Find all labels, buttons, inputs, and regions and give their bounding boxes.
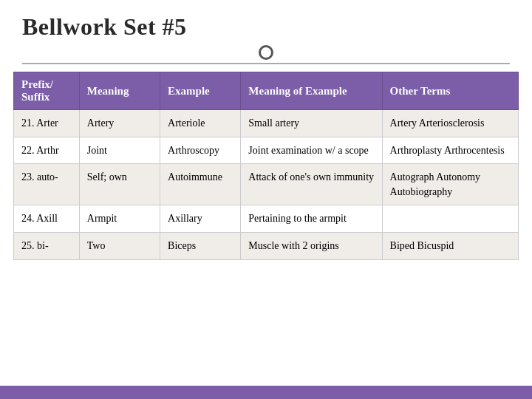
cell-meaning: Self; own <box>79 164 160 205</box>
main-table: Prefix/ Suffix Meaning Example Meaning o… <box>13 72 519 260</box>
cell-example: Axillary <box>160 205 241 233</box>
cell-example: Autoimmune <box>160 164 241 205</box>
divider-line <box>22 63 510 64</box>
cell-prefix: 24. Axill <box>14 205 80 233</box>
cell-meaning_of_example: Muscle with 2 origins <box>241 232 382 259</box>
cell-other_terms <box>382 205 518 233</box>
cell-meaning_of_example: Attack of one's own immunity <box>241 164 382 205</box>
cell-meaning_of_example: Pertaining to the armpit <box>241 205 382 233</box>
cell-prefix: 21. Arter <box>14 110 80 137</box>
title-circle <box>259 45 273 60</box>
table-row: 25. bi-TwoBicepsMuscle with 2 originsBip… <box>14 232 519 259</box>
cell-prefix: 22. Arthr <box>14 137 80 164</box>
cell-meaning: Armpit <box>79 205 160 233</box>
cell-example: Biceps <box>160 232 241 259</box>
page: Bellwork Set #5 Prefix/ Suffix Meaning E… <box>0 0 532 399</box>
table-header-row: Prefix/ Suffix Meaning Example Meaning o… <box>14 72 519 110</box>
cell-meaning: Joint <box>79 137 160 164</box>
header-prefix: Prefix/ Suffix <box>14 72 80 110</box>
cell-other_terms: Autograph Autonomy Autobiography <box>382 164 518 205</box>
cell-meaning_of_example: Small artery <box>241 110 382 137</box>
cell-other_terms: Biped Bicuspid <box>382 232 518 259</box>
table-row: 23. auto-Self; ownAutoimmuneAttack of on… <box>14 164 519 205</box>
header-other-terms: Other Terms <box>382 72 518 110</box>
table-row: 21. ArterArteryArterioleSmall arteryArte… <box>14 110 519 137</box>
cell-other_terms: Artery Arteriosclerosis <box>382 110 518 137</box>
cell-other_terms: Arthroplasty Arthrocentesis <box>382 137 518 164</box>
title-decoration <box>22 44 510 60</box>
table-row: 24. AxillArmpitAxillaryPertaining to the… <box>14 205 519 233</box>
footer-bar <box>0 386 532 399</box>
header-meaning-of-example: Meaning of Example <box>241 72 382 110</box>
table-row: 22. ArthrJointArthroscopyJoint examinati… <box>14 137 519 164</box>
table-body: 21. ArterArteryArterioleSmall arteryArte… <box>14 110 519 260</box>
cell-meaning: Artery <box>79 110 160 137</box>
cell-prefix: 23. auto- <box>14 164 80 205</box>
header-example: Example <box>160 72 241 110</box>
title-area: Bellwork Set #5 <box>0 0 532 72</box>
cell-prefix: 25. bi- <box>14 232 80 259</box>
cell-example: Arthroscopy <box>160 137 241 164</box>
header-meaning: Meaning <box>79 72 160 110</box>
cell-meaning_of_example: Joint examination w/ a scope <box>241 137 382 164</box>
cell-meaning: Two <box>79 232 160 259</box>
cell-example: Arteriole <box>160 110 241 137</box>
page-title: Bellwork Set #5 <box>22 13 187 41</box>
table-container: Prefix/ Suffix Meaning Example Meaning o… <box>0 72 532 386</box>
